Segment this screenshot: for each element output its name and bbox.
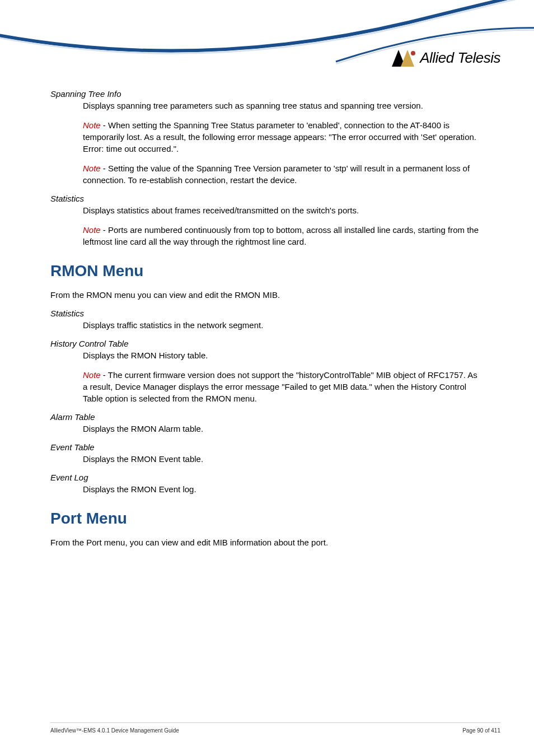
desc-alarm-table: Displays the RMON Alarm table. — [83, 423, 484, 435]
note-spanning-tree-2: Note - Setting the value of the Spanning… — [83, 162, 484, 186]
intro-port: From the Port menu, you can view and edi… — [50, 536, 484, 548]
term-statistics: Statistics — [50, 194, 484, 203]
desc-statistics: Displays statistics about frames receive… — [83, 204, 484, 216]
intro-rmon: From the RMON menu you can view and edit… — [50, 289, 484, 301]
footer-right: Page 90 of 411 — [462, 727, 500, 734]
term-history-control-table: History Control Table — [50, 339, 484, 348]
term-event-log: Event Log — [50, 473, 484, 482]
term-alarm-table: Alarm Table — [50, 412, 484, 422]
term-rmon-statistics: Statistics — [50, 309, 484, 318]
note-text: - When setting the Spanning Tree Status … — [83, 120, 476, 153]
note-label: Note — [83, 370, 101, 380]
note-text: - Ports are numbered continuously from t… — [83, 225, 479, 246]
note-text: - Setting the value of the Spanning Tree… — [83, 164, 470, 185]
svg-point-2 — [411, 51, 415, 55]
desc-history-control-table: Displays the RMON History table. — [83, 349, 484, 361]
note-label: Note — [83, 164, 101, 173]
heading-rmon-menu: RMON Menu — [50, 262, 484, 280]
brand-logo-icon — [392, 50, 416, 67]
desc-spanning-tree-info: Displays spanning tree parameters such a… — [83, 100, 484, 111]
footer-left: AlliedView™-EMS 4.0.1 Device Management … — [50, 727, 179, 734]
heading-port-menu: Port Menu — [50, 510, 484, 528]
note-history-control-table: Note - The current firmware version does… — [83, 369, 484, 404]
note-label: Note — [83, 120, 101, 130]
note-text: - The current firmware version does not … — [83, 370, 477, 403]
note-label: Note — [83, 225, 101, 235]
term-spanning-tree-info: Spanning Tree Info — [50, 89, 484, 99]
note-spanning-tree-1: Note - When setting the Spanning Tree St… — [83, 119, 484, 155]
desc-rmon-statistics: Displays traffic statistics in the netwo… — [83, 319, 484, 331]
page-footer: AlliedView™-EMS 4.0.1 Device Management … — [50, 722, 500, 734]
desc-event-log: Displays the RMON Event log. — [83, 483, 484, 495]
desc-event-table: Displays the RMON Event table. — [83, 453, 484, 465]
term-event-table: Event Table — [50, 442, 484, 452]
note-statistics: Note - Ports are numbered continuously f… — [83, 224, 484, 248]
brand-logo-text: Allied Telesis — [420, 49, 500, 67]
brand-logo: Allied Telesis — [392, 49, 500, 67]
